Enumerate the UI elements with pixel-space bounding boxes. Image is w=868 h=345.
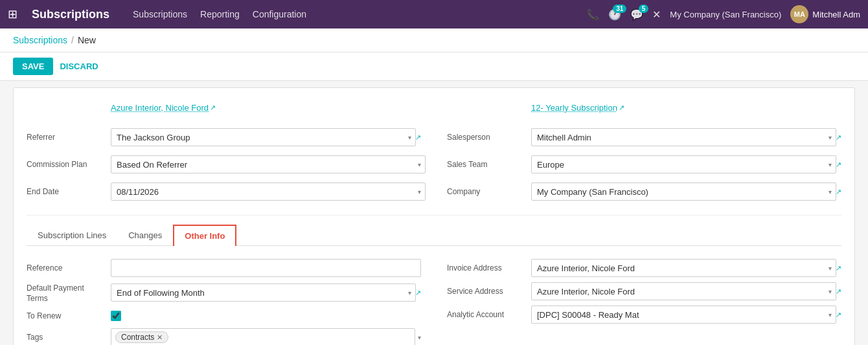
tags-input-wrapper[interactable]: Contracts ✕ bbox=[111, 328, 415, 345]
sales-team-input[interactable] bbox=[531, 155, 836, 173]
reference-label: Reference bbox=[27, 263, 111, 273]
to-renew-checkbox[interactable] bbox=[111, 311, 121, 321]
end-date-label: End Date bbox=[27, 187, 111, 196]
tab-changes[interactable]: Changes bbox=[117, 225, 173, 246]
top-fields: Referrer ▾ ↗ Salesperson ▾ ↗ bbox=[27, 126, 841, 216]
invoice-address-label: Invoice Address bbox=[447, 263, 531, 273]
app-title: Subscriptions bbox=[32, 8, 109, 21]
company-label: Company bbox=[447, 187, 531, 196]
referrer-input[interactable] bbox=[111, 128, 416, 146]
tags-dropdown-arrow: ▾ bbox=[418, 334, 421, 341]
payment-terms-ext-link[interactable]: ↗ bbox=[415, 289, 421, 297]
invoice-address-select-wrapper: ▾ ↗ bbox=[531, 259, 841, 277]
referrer-select-wrapper: ▾ ↗ bbox=[111, 128, 421, 146]
nav-menu: Subscriptions Reporting Configuration bbox=[133, 9, 306, 19]
end-date-input[interactable] bbox=[111, 183, 426, 201]
user-avatar: MA bbox=[790, 5, 808, 23]
sales-team-label: Sales Team bbox=[447, 160, 531, 169]
main-content: Azure Interior, Nicole Ford ↗ 12- Yearly… bbox=[0, 81, 868, 345]
tabs-container: Subscription Lines Changes Other Info bbox=[27, 225, 841, 246]
analytic-account-field: Analytic Account ▾ ↗ bbox=[447, 303, 841, 326]
referrer-salesperson-row: Referrer ▾ ↗ Salesperson ▾ ↗ bbox=[27, 126, 841, 149]
service-address-select-wrapper: ▾ ↗ bbox=[531, 282, 841, 300]
service-address-field: Service Address ▾ ↗ bbox=[447, 280, 841, 303]
activity-button[interactable]: 🕐 31 bbox=[608, 8, 621, 21]
invoice-address-ext-link[interactable]: ↗ bbox=[836, 264, 841, 273]
invoice-address-field: Invoice Address ▾ ↗ bbox=[447, 256, 841, 280]
form-card: Azure Interior, Nicole Ford ↗ 12- Yearly… bbox=[13, 87, 855, 345]
truncated-right-ext-icon[interactable]: ↗ bbox=[619, 104, 624, 112]
truncated-left-field: Azure Interior, Nicole Ford ↗ bbox=[27, 98, 421, 117]
company-input[interactable] bbox=[531, 183, 836, 201]
nav-subscriptions[interactable]: Subscriptions bbox=[133, 9, 187, 19]
save-button[interactable]: SAVE bbox=[13, 58, 53, 75]
analytic-account-ext-link[interactable]: ↗ bbox=[836, 311, 841, 319]
truncated-left-ext-icon[interactable]: ↗ bbox=[210, 104, 216, 112]
breadcrumb: Subscriptions / New bbox=[0, 28, 868, 52]
tab-subscription-lines[interactable]: Subscription Lines bbox=[27, 225, 117, 246]
invoice-address-input[interactable] bbox=[531, 259, 836, 277]
end-date-company-row: End Date ▾ Company ▾ ↗ bbox=[27, 180, 841, 203]
tag-contracts-remove[interactable]: ✕ bbox=[157, 333, 163, 342]
activity-badge: 31 bbox=[613, 5, 626, 13]
company-ext-link[interactable]: ↗ bbox=[836, 188, 841, 196]
tags-text-input[interactable] bbox=[171, 333, 411, 342]
tag-contracts: Contracts ✕ bbox=[115, 331, 168, 343]
other-info-grid: Reference Default PaymentTerms ▾ ↗ bbox=[27, 256, 841, 345]
end-date-select-wrapper: ▾ bbox=[111, 183, 421, 201]
commission-label: Commission Plan bbox=[27, 160, 111, 169]
company-name: My Company (San Francisco) bbox=[670, 10, 781, 19]
tab-other-info[interactable]: Other Info bbox=[173, 225, 236, 246]
sales-team-ext-link[interactable]: ↗ bbox=[836, 161, 841, 169]
action-bar: SAVE DISCARD bbox=[0, 52, 868, 81]
salesperson-ext-link[interactable]: ↗ bbox=[836, 133, 841, 142]
top-navigation: ⊞ Subscriptions Subscriptions Reporting … bbox=[0, 0, 868, 28]
sales-team-select-wrapper: ▾ ↗ bbox=[531, 155, 841, 173]
payment-terms-select-wrapper: ▾ ↗ bbox=[111, 284, 421, 302]
end-date-field: End Date ▾ bbox=[27, 180, 421, 203]
service-address-label: Service Address bbox=[447, 287, 531, 296]
truncated-right-field: 12- Yearly Subscription ↗ bbox=[447, 98, 841, 117]
apps-grid-icon[interactable]: ⊞ bbox=[8, 7, 17, 21]
payment-terms-input[interactable] bbox=[111, 284, 416, 302]
breadcrumb-subscriptions[interactable]: Subscriptions bbox=[13, 35, 67, 45]
to-renew-label: To Renew bbox=[27, 311, 111, 320]
truncated-left-value[interactable]: Azure Interior, Nicole Ford bbox=[111, 103, 209, 113]
tag-contracts-label: Contracts bbox=[121, 333, 154, 342]
service-address-input[interactable] bbox=[531, 282, 836, 300]
truncated-right-value[interactable]: 12- Yearly Subscription bbox=[531, 103, 617, 113]
salesperson-input[interactable] bbox=[531, 128, 836, 146]
service-address-ext-link[interactable]: ↗ bbox=[836, 287, 841, 296]
salesperson-select-wrapper: ▾ ↗ bbox=[531, 128, 841, 146]
tags-field: Tags Contracts ✕ ▾ bbox=[27, 326, 421, 345]
company-select-wrapper: ▾ ↗ bbox=[531, 183, 841, 201]
truncated-top-row: Azure Interior, Nicole Ford ↗ 12- Yearly… bbox=[27, 98, 841, 122]
user-menu[interactable]: MA Mitchell Adm bbox=[790, 5, 860, 23]
company-field: Company ▾ ↗ bbox=[447, 180, 841, 203]
salesperson-field: Salesperson ▾ ↗ bbox=[447, 126, 841, 149]
nav-configuration[interactable]: Configuration bbox=[253, 9, 306, 19]
discard-button[interactable]: DISCARD bbox=[60, 61, 98, 71]
close-icon[interactable]: ✕ bbox=[652, 8, 661, 21]
breadcrumb-current: New bbox=[78, 35, 96, 45]
reference-input[interactable] bbox=[111, 259, 421, 277]
nav-reporting[interactable]: Reporting bbox=[200, 9, 240, 19]
other-info-right: Invoice Address ▾ ↗ Service Address ▾ bbox=[447, 256, 841, 345]
tags-label: Tags bbox=[27, 333, 111, 342]
breadcrumb-separator: / bbox=[71, 35, 74, 45]
analytic-account-input[interactable] bbox=[531, 306, 836, 324]
payment-terms-field: Default PaymentTerms ▾ ↗ bbox=[27, 280, 421, 306]
commission-select-wrapper: ▾ bbox=[111, 155, 421, 173]
commission-field: Commission Plan ▾ bbox=[27, 153, 421, 176]
message-button[interactable]: 💬 5 bbox=[630, 8, 643, 21]
analytic-account-select-wrapper: ▾ ↗ bbox=[531, 306, 841, 324]
commission-input[interactable] bbox=[111, 155, 426, 173]
referrer-label: Referrer bbox=[27, 133, 111, 142]
referrer-field: Referrer ▾ ↗ bbox=[27, 126, 421, 149]
analytic-account-label: Analytic Account bbox=[447, 310, 531, 319]
user-name: Mitchell Adm bbox=[812, 10, 860, 19]
referrer-ext-link[interactable]: ↗ bbox=[415, 133, 421, 142]
phone-icon[interactable]: 📞 bbox=[586, 8, 599, 21]
sales-team-field: Sales Team ▾ ↗ bbox=[447, 153, 841, 176]
topnav-right: 📞 🕐 31 💬 5 ✕ My Company (San Francisco) … bbox=[586, 5, 860, 23]
